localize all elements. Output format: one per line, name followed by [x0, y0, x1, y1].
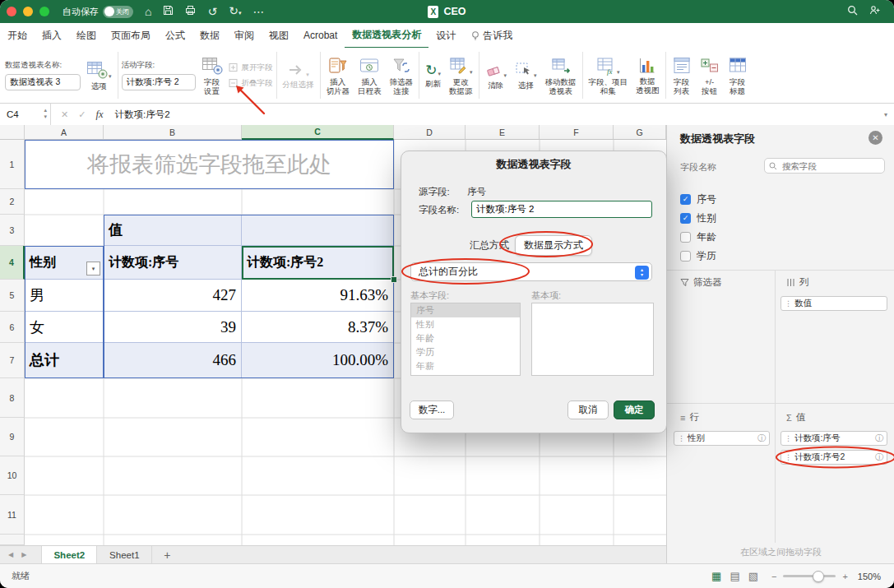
undo-icon[interactable]: ↺: [207, 0, 217, 23]
normal-view-icon[interactable]: ▦: [711, 570, 721, 582]
columns-area-item-values[interactable]: ⋮数值: [781, 296, 887, 311]
ok-button[interactable]: 确定: [614, 400, 655, 419]
tab-tell-me[interactable]: 告诉我: [463, 23, 520, 48]
cell-A5-male[interactable]: 男: [25, 280, 104, 312]
insert-function-icon[interactable]: fx: [95, 109, 103, 121]
checkbox-checked-icon[interactable]: ✓: [680, 194, 691, 205]
field-name-input[interactable]: [471, 201, 652, 218]
tab-data[interactable]: 数据: [192, 23, 227, 48]
info-icon[interactable]: ⓘ: [875, 433, 883, 444]
field-checkbox-xueli[interactable]: 学历: [680, 249, 716, 262]
refresh-button[interactable]: ↻▾ 刷新: [423, 63, 443, 88]
sheet-prev-icon[interactable]: ◀: [8, 551, 13, 558]
tab-home[interactable]: 开始: [0, 23, 35, 48]
field-search-box[interactable]: [764, 158, 885, 174]
tab-pivottable-analyze[interactable]: 数据透视表分析: [345, 22, 428, 49]
move-pivottable-button[interactable]: 移动数据透视表: [543, 56, 579, 95]
sheet-tab-sheet1[interactable]: Sheet1: [97, 546, 152, 564]
values-area-item-count1[interactable]: ⋮计数项:序号ⓘ: [781, 431, 887, 446]
plus-minus-buttons-button[interactable]: +/-按钮: [697, 56, 722, 95]
add-sheet-icon[interactable]: +: [164, 549, 170, 562]
filter-connections-button[interactable]: 筛选器连接: [387, 56, 416, 95]
fields-items-sets-button[interactable]: fx▾ 字段、项目和集: [586, 56, 631, 95]
options-button[interactable]: ▾ 选项: [84, 60, 114, 90]
insert-slicer-button[interactable]: 插入切片器: [324, 56, 353, 95]
drag-handle-icon[interactable]: ⋮: [785, 453, 792, 461]
info-icon[interactable]: ⓘ: [757, 433, 766, 444]
sheet-tab-sheet2[interactable]: Sheet2: [41, 546, 97, 564]
maximize-window-button[interactable]: [39, 7, 49, 16]
insert-timeline-button[interactable]: 插入日程表: [355, 56, 384, 95]
rows-area-item-gender[interactable]: ⋮性别ⓘ: [674, 431, 770, 446]
close-window-button[interactable]: [7, 7, 16, 16]
show-as-dropdown[interactable]: 总计的百分比 ▴▾: [410, 262, 652, 281]
name-box-stepper-icon[interactable]: ▴▾: [44, 107, 47, 120]
cell-B5[interactable]: 427: [104, 280, 242, 312]
field-search-input[interactable]: [781, 160, 874, 172]
home-icon[interactable]: ⌂: [145, 0, 151, 23]
redo-icon[interactable]: ↻▾: [229, 0, 241, 25]
cell-A6-female[interactable]: 女: [25, 312, 104, 343]
cell-B7[interactable]: 466: [104, 343, 242, 378]
field-checkbox-nianling[interactable]: 年龄: [680, 230, 716, 243]
field-settings-button[interactable]: 字段设置: [199, 56, 225, 95]
tab-summarize-by[interactable]: 汇总方式: [466, 238, 513, 252]
tab-design[interactable]: 设计: [428, 23, 463, 48]
tab-view[interactable]: 视图: [262, 23, 296, 48]
cell-C3[interactable]: [242, 215, 394, 246]
field-list-button[interactable]: 字段列表: [669, 56, 694, 95]
clear-button[interactable]: ▾ 清除: [483, 61, 510, 90]
save-icon[interactable]: [163, 0, 174, 23]
cell-C5[interactable]: 91.63%: [242, 280, 394, 312]
tab-acrobat[interactable]: Acrobat: [296, 23, 345, 48]
cell-C4-count2-header[interactable]: 计数项:序号2: [242, 246, 394, 280]
tab-insert[interactable]: 插入: [35, 23, 69, 48]
dropdown-stepper-icon[interactable]: ▴▾: [635, 266, 649, 280]
fill-handle[interactable]: [391, 276, 397, 283]
page-layout-view-icon[interactable]: ▤: [730, 570, 739, 582]
select-button[interactable]: ▾ 选择: [512, 61, 540, 90]
cell-B3-values[interactable]: 值: [104, 215, 242, 246]
formula-content[interactable]: 计数项:序号2: [114, 109, 169, 121]
pane-close-icon[interactable]: ✕: [869, 131, 882, 145]
checkbox-checked-icon[interactable]: ✓: [680, 213, 691, 224]
formula-bar-expand-icon[interactable]: ▾: [884, 111, 887, 118]
info-icon[interactable]: ⓘ: [875, 451, 883, 463]
cell-C6[interactable]: 8.37%: [242, 312, 394, 343]
field-headers-button[interactable]: 字段标题: [725, 56, 750, 95]
tab-draw[interactable]: 绘图: [69, 23, 104, 48]
share-people-icon[interactable]: [869, 0, 881, 23]
more-commands-icon[interactable]: ⋯: [252, 0, 264, 23]
report-filter-drop-zone[interactable]: 将报表筛选字段拖至此处: [25, 140, 394, 189]
confirm-entry-icon[interactable]: ✓: [78, 109, 86, 120]
filter-dropdown-icon[interactable]: ▾: [86, 262, 100, 275]
pivot-chart-button[interactable]: 数据透视图: [633, 57, 662, 95]
drag-handle-icon[interactable]: ⋮: [785, 299, 792, 308]
cell-A7-total[interactable]: 总计: [25, 343, 104, 378]
cell-B6[interactable]: 39: [104, 312, 242, 343]
cell-B4-count-header[interactable]: 计数项:序号: [104, 246, 242, 280]
print-icon[interactable]: [185, 0, 196, 23]
zoom-slider-knob[interactable]: [813, 571, 824, 582]
drag-handle-icon[interactable]: ⋮: [678, 434, 685, 442]
search-icon[interactable]: [847, 0, 858, 23]
field-checkbox-xingbie[interactable]: ✓性别: [680, 211, 716, 225]
cancel-entry-icon[interactable]: ✕: [61, 109, 68, 120]
cell-A4-gender[interactable]: 性别▾: [25, 246, 104, 280]
checkbox-unchecked-icon[interactable]: [680, 251, 691, 262]
number-format-button[interactable]: 数字...: [410, 400, 454, 419]
name-box[interactable]: C4 ▴▾: [0, 104, 51, 125]
field-checkbox-xuhao[interactable]: ✓序号: [680, 192, 716, 206]
checkbox-unchecked-icon[interactable]: [680, 232, 691, 243]
drag-handle-icon[interactable]: ⋮: [785, 434, 792, 442]
pivot-name-box[interactable]: 数据透视表 3: [5, 74, 81, 90]
cell-C7[interactable]: 100.00%: [242, 343, 394, 378]
autosave-toggle[interactable]: 自动保存 关闭: [63, 6, 133, 18]
cancel-button[interactable]: 取消: [567, 400, 609, 419]
minimize-window-button[interactable]: [23, 7, 33, 16]
zoom-in-icon[interactable]: +: [842, 572, 847, 581]
active-field-box[interactable]: 计数项:序号 2: [122, 74, 196, 90]
page-break-view-icon[interactable]: ▧: [748, 570, 758, 582]
sheet-next-icon[interactable]: ▶: [21, 551, 26, 558]
zoom-slider[interactable]: [783, 575, 836, 577]
